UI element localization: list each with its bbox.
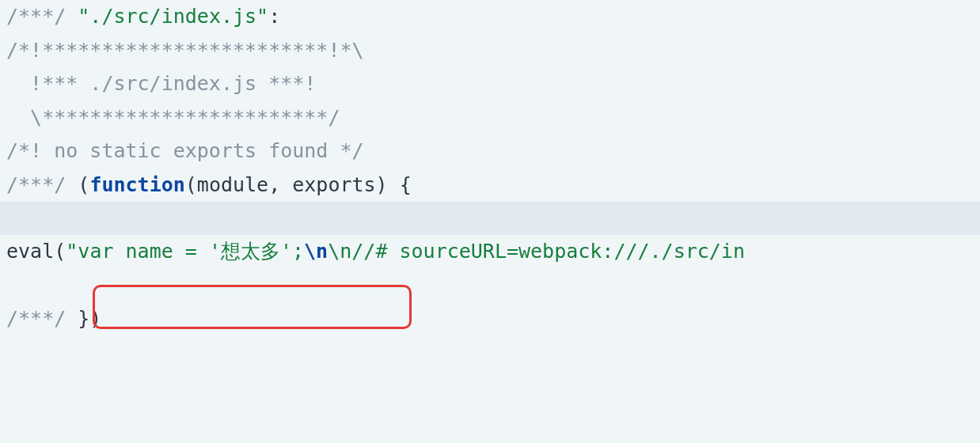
comment-block: !*** ./src/index.js ***! [6, 72, 316, 95]
code-line-6: /***/ (function(module, exports) { [0, 168, 980, 203]
paren-open: ( [54, 240, 66, 263]
comment-block: /*!************************!*\ [6, 39, 364, 62]
comment-block: \************************/ [6, 106, 340, 129]
code-line-9-blank [0, 269, 980, 302]
brace-open: { [400, 173, 412, 196]
code-line-7-blank [0, 202, 980, 235]
comment-marker: /***/ [6, 307, 78, 330]
close-braces: }) [78, 307, 101, 330]
escape-sequence: \n [304, 240, 328, 263]
comment-marker: /***/ [6, 173, 78, 196]
string-literal: "./src/index.js" [78, 5, 268, 28]
function-keyword: function [89, 173, 184, 196]
source-url-comment: //# sourceURL=webpack:///./src/in [351, 240, 745, 263]
colon: : [268, 5, 280, 28]
escape-sequence: \n [328, 240, 351, 263]
string-quote: " [66, 240, 78, 263]
function-params: (module, exports) [185, 173, 400, 196]
code-line-10: /***/ }) [0, 302, 980, 336]
code-line-5: /*! no static exports found */ [0, 134, 980, 168]
code-line-1: /***/ "./src/index.js": [0, 0, 980, 34]
code-line-4: \************************/ [0, 101, 980, 135]
code-editor[interactable]: /***/ "./src/index.js": /*!*************… [0, 0, 980, 335]
eval-call: eval [6, 240, 54, 263]
code-line-3: !*** ./src/index.js ***! [0, 67, 980, 101]
string-content: var name = '想太多'; [78, 240, 304, 263]
code-line-8: eval("var name = '想太多';\n\n//# sourceURL… [0, 235, 980, 269]
comment-marker: /***/ [6, 5, 78, 28]
code-line-2: /*!************************!*\ [0, 34, 980, 68]
paren-open: ( [78, 173, 89, 196]
comment-block: /*! no static exports found */ [6, 139, 364, 162]
